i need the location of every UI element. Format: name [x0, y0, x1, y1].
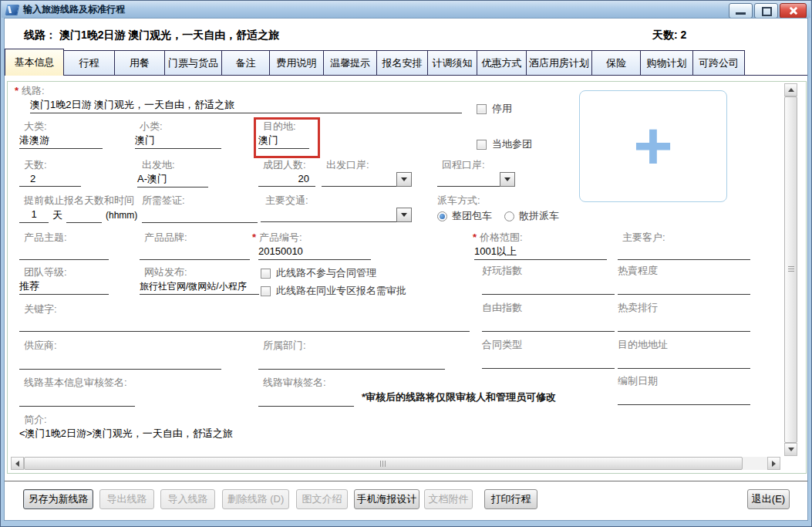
tab-meals[interactable]: 用餐	[114, 50, 165, 76]
dispatch-shared-bus-radio[interactable]	[504, 211, 514, 221]
close-icon[interactable]	[780, 3, 807, 19]
contract-type-input[interactable]	[482, 351, 615, 369]
fun-index-input[interactable]	[482, 277, 615, 295]
field-keywords: 关键字:	[19, 302, 470, 332]
main-transport-combobox[interactable]	[261, 207, 412, 222]
tab-insurance[interactable]: 保险	[591, 50, 641, 76]
tab-remarks[interactable]: 备注	[221, 50, 270, 76]
tab-tips[interactable]: 温馨提示	[323, 50, 377, 76]
group-min-size-label: 成团人数:	[263, 158, 315, 171]
document-attachment-button[interactable]: 文档附件	[424, 489, 473, 509]
main-customer-input[interactable]	[618, 244, 750, 260]
field-supplier: 供应商:	[19, 339, 221, 370]
field-department: 所属部门:	[258, 339, 445, 370]
field-compile-date: 编制日期	[618, 374, 750, 405]
tab-itinerary[interactable]: 行程	[63, 50, 115, 76]
tab-discount[interactable]: 优惠方式	[477, 50, 527, 76]
intro-input[interactable]: <澳门1晚2日游>澳门观光，一天自由，舒适之旅	[19, 426, 233, 441]
add-photo-icon[interactable]: +	[633, 119, 672, 173]
tab-hotel-room-plan[interactable]: 酒店用房计划	[526, 50, 592, 76]
free-index-input[interactable]	[482, 314, 615, 332]
route-input[interactable]: 澳门1晚2日游 澳门观光，一天自由，舒适之旅	[30, 97, 462, 113]
field-hot-degree: 热賣程度	[618, 264, 750, 295]
photo-upload-box[interactable]: +	[579, 90, 727, 202]
return-port-value[interactable]	[437, 171, 500, 187]
print-itinerary-button[interactable]: 打印行程	[484, 489, 537, 509]
scroll-left-icon[interactable]	[11, 457, 24, 470]
route-sign-input[interactable]	[258, 389, 354, 407]
exit-button[interactable]: 退出(E)	[747, 489, 790, 509]
tab-shopping-plan[interactable]: 购物计划	[640, 50, 693, 76]
basic-info-sign-input[interactable]	[19, 389, 135, 407]
group-min-size-input[interactable]: 20	[258, 171, 315, 187]
product-brand-input[interactable]	[140, 244, 250, 260]
disabled-checkbox[interactable]	[477, 104, 487, 114]
scroll-down-icon[interactable]	[784, 443, 797, 456]
import-route-button[interactable]: 导入线路	[160, 489, 215, 509]
minimize-icon[interactable]	[729, 3, 753, 19]
vertical-scroll-thumb[interactable]	[784, 96, 797, 443]
departure-place-input[interactable]: A-澳门	[137, 171, 208, 187]
big-category-input[interactable]: 港澳游	[19, 133, 103, 149]
price-range-input[interactable]: 1001以上	[474, 244, 607, 260]
scroll-right-icon[interactable]	[767, 457, 780, 470]
audit-note: *审核后的线路将仅限审核人和管理员可修改	[362, 390, 556, 404]
mobile-poster-design-button[interactable]: 手机海报设计	[354, 489, 419, 509]
signup-deadline-time-hint: (hhmm)	[106, 208, 137, 223]
field-return-port: 回程口岸:	[437, 158, 515, 187]
website-publish-input[interactable]: 旅行社官网/微网站/小程序	[140, 279, 259, 295]
departure-port-dropdown-icon[interactable]	[396, 172, 412, 187]
supplier-input[interactable]	[19, 352, 221, 370]
departure-port-value[interactable]	[322, 171, 396, 187]
no-contract-checkbox-label: 此线路不参与合同管理	[276, 266, 376, 280]
compile-date-input[interactable]	[618, 387, 750, 405]
free-index-label: 自由指數	[482, 301, 615, 314]
tab-basic-info[interactable]: 基本信息	[5, 49, 64, 76]
image-text-intro-button[interactable]: 图文介绍	[296, 489, 348, 509]
field-signup-deadline: 提前截止报名天数和时间 1 天 (hhmm)	[19, 194, 137, 223]
local-join-checkbox-label: 当地参团	[492, 137, 532, 151]
delete-route-button[interactable]: 删除线路 (D)	[222, 489, 289, 509]
destination-address-label: 目的地地址	[618, 338, 750, 351]
window-title: 输入旅游线路及标准行程	[23, 3, 125, 16]
tab-tickets-goods[interactable]: 门票与货品	[164, 50, 222, 76]
export-route-button[interactable]: 导出线路	[99, 489, 154, 509]
save-as-new-route-button[interactable]: 另存为新线路	[23, 489, 93, 509]
departure-port-combobox[interactable]	[322, 171, 412, 187]
scroll-up-icon[interactable]	[784, 83, 797, 96]
visa-input[interactable]	[142, 207, 258, 223]
header-days: 天数: 2	[652, 29, 686, 42]
hot-rank-input[interactable]	[618, 314, 750, 332]
product-theme-input[interactable]	[19, 244, 109, 260]
return-port-combobox[interactable]	[437, 171, 515, 187]
local-join-checkbox[interactable]	[477, 140, 487, 150]
main-transport-value[interactable]	[261, 207, 396, 222]
signup-deadline-time-input[interactable]	[66, 207, 102, 223]
tab-cross-company[interactable]: 可跨公司	[692, 50, 745, 76]
return-port-dropdown-icon[interactable]	[500, 172, 515, 187]
signup-deadline-days-input[interactable]: 1	[19, 207, 49, 223]
team-level-input[interactable]: 推荐	[19, 279, 109, 295]
footer-divider	[5, 481, 807, 481]
product-code-input[interactable]: 20150010	[258, 244, 371, 260]
destination-address-input[interactable]	[618, 351, 750, 369]
days-input[interactable]: 2	[19, 171, 81, 187]
keywords-input[interactable]	[19, 316, 470, 332]
main-transport-dropdown-icon[interactable]	[396, 208, 412, 222]
hot-degree-input[interactable]	[618, 277, 750, 295]
tab-fee-notes[interactable]: 费用说明	[269, 50, 324, 76]
maximize-icon[interactable]	[754, 3, 778, 19]
dispatch-full-bus-radio[interactable]	[437, 211, 447, 221]
dispatch-full-bus-label: 整团包车	[452, 209, 492, 223]
field-main-transport: 主要交通:	[261, 194, 412, 222]
horizontal-scroll-thumb[interactable]	[24, 457, 743, 470]
vertical-scrollbar[interactable]	[784, 83, 797, 456]
sub-category-input[interactable]: 澳门	[135, 133, 221, 149]
main-transport-label: 主要交通:	[265, 194, 412, 207]
horizontal-scrollbar[interactable]	[11, 457, 780, 470]
tab-signup-arrangement[interactable]: 报名安排	[376, 50, 428, 76]
peer-approval-checkbox[interactable]	[261, 286, 271, 296]
department-input[interactable]	[258, 352, 445, 370]
no-contract-checkbox[interactable]	[261, 269, 271, 279]
tab-operator-notice[interactable]: 计调须知	[427, 50, 477, 76]
